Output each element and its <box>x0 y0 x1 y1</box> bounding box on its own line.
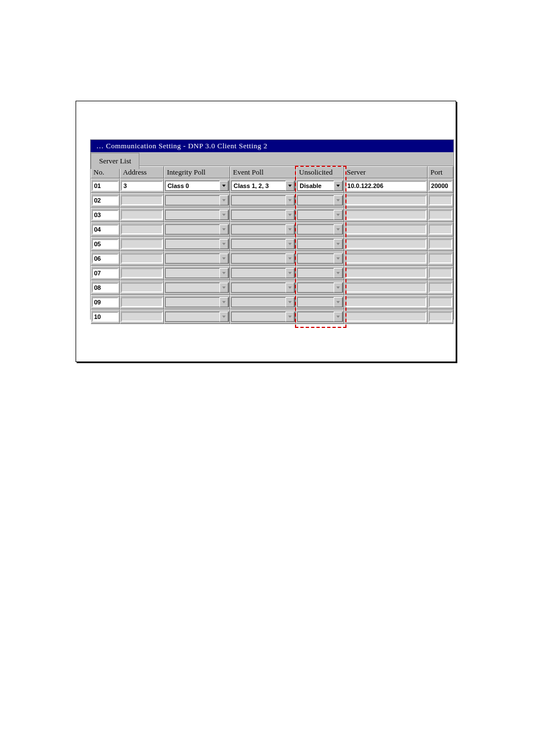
chevron-down-icon <box>219 239 228 249</box>
table-row: 07 <box>91 266 453 280</box>
chevron-down-icon <box>334 283 343 293</box>
server-list-grid: No. Address Integrity Poll Event Poll Un… <box>91 166 453 324</box>
address-input[interactable] <box>121 181 163 191</box>
server-input <box>345 195 427 205</box>
port-input <box>429 283 452 293</box>
chevron-down-icon <box>285 283 294 293</box>
row-index: 10 <box>92 312 119 322</box>
settings-panel: … Communication Setting - DNP 3.0 Client… <box>90 139 454 320</box>
port-input <box>429 253 452 264</box>
event-poll-select <box>231 297 295 307</box>
address-input <box>121 297 163 307</box>
table-row: 06 <box>91 251 453 266</box>
select-value: Disable <box>298 182 333 189</box>
chevron-down-icon <box>219 283 228 293</box>
event-poll-select <box>231 210 295 220</box>
chevron-down-icon <box>285 224 294 234</box>
integrity-poll-select <box>165 224 229 234</box>
chevron-down-icon <box>219 195 228 205</box>
server-input[interactable] <box>345 181 427 191</box>
window-title-bar: … Communication Setting - DNP 3.0 Client… <box>91 140 453 152</box>
address-input <box>121 224 163 234</box>
tab-server-list[interactable]: Server List <box>91 153 139 169</box>
port-input <box>429 195 452 205</box>
chevron-down-icon <box>219 312 228 322</box>
chevron-down-icon <box>334 195 343 205</box>
unsolicited-select <box>297 268 343 278</box>
integrity-poll-select[interactable]: Class 0 <box>165 181 229 191</box>
col-event: Event Poll <box>230 166 296 179</box>
server-input <box>345 297 427 307</box>
port-input <box>429 268 452 278</box>
table-row: 09 <box>91 295 453 309</box>
address-input <box>121 210 163 220</box>
row-index: 03 <box>92 210 119 220</box>
chevron-down-icon[interactable] <box>334 181 343 191</box>
chevron-down-icon <box>285 312 294 322</box>
address-input <box>121 253 163 264</box>
window-title-text: … Communication Setting - DNP 3.0 Client… <box>96 142 268 150</box>
chevron-down-icon <box>285 195 294 205</box>
unsolicited-select <box>297 239 343 249</box>
chevron-down-icon <box>285 239 294 249</box>
event-poll-select[interactable]: Class 1, 2, 3 <box>231 181 295 191</box>
address-input <box>121 268 163 278</box>
server-input <box>345 224 427 234</box>
chevron-down-icon <box>334 268 343 278</box>
unsolicited-select <box>297 224 343 234</box>
unsolicited-select <box>297 283 343 293</box>
chevron-down-icon <box>334 297 343 307</box>
unsolicited-select <box>297 297 343 307</box>
integrity-poll-select <box>165 312 229 322</box>
chevron-down-icon <box>219 210 228 220</box>
row-index: 09 <box>92 297 119 307</box>
address-input <box>121 312 163 322</box>
chevron-down-icon <box>285 253 294 264</box>
integrity-poll-select <box>165 268 229 278</box>
port-input <box>429 297 452 307</box>
chevron-down-icon[interactable] <box>219 181 228 191</box>
event-poll-select <box>231 195 295 205</box>
unsolicited-select <box>297 195 343 205</box>
table-row: 08 <box>91 280 453 295</box>
col-unsol: Unsolicited <box>296 166 344 179</box>
integrity-poll-select <box>165 297 229 307</box>
table-row: 05 <box>91 237 453 251</box>
unsolicited-select <box>297 210 343 220</box>
integrity-poll-select <box>165 210 229 220</box>
select-value: Class 0 <box>166 182 219 189</box>
integrity-poll-select <box>165 239 229 249</box>
chevron-down-icon <box>334 312 343 322</box>
integrity-poll-select <box>165 283 229 293</box>
unsolicited-select[interactable]: Disable <box>297 181 343 191</box>
col-integrity: Integrity Poll <box>164 166 230 179</box>
table-row: 03 <box>91 208 453 222</box>
server-input <box>345 312 427 322</box>
integrity-poll-select <box>165 253 229 264</box>
server-input <box>345 239 427 249</box>
chevron-down-icon <box>219 253 228 264</box>
chevron-down-icon <box>285 297 294 307</box>
port-input <box>429 312 452 322</box>
server-input <box>345 210 427 220</box>
col-port: Port <box>428 166 453 179</box>
event-poll-select <box>231 239 295 249</box>
unsolicited-select <box>297 312 343 322</box>
row-index: 07 <box>92 268 119 278</box>
integrity-poll-select <box>165 195 229 205</box>
port-input <box>429 210 452 220</box>
table-row: 10 <box>91 309 453 324</box>
table-row: 04 <box>91 222 453 237</box>
chevron-down-icon <box>334 224 343 234</box>
event-poll-select <box>231 224 295 234</box>
row-index: 04 <box>92 224 119 234</box>
server-input <box>345 283 427 293</box>
row-index: 08 <box>92 283 119 293</box>
chevron-down-icon <box>219 224 228 234</box>
chevron-down-icon[interactable] <box>285 181 294 191</box>
address-input <box>121 239 163 249</box>
address-input <box>121 283 163 293</box>
port-input[interactable] <box>429 181 452 191</box>
server-input <box>345 268 427 278</box>
row-index: 06 <box>92 253 119 264</box>
